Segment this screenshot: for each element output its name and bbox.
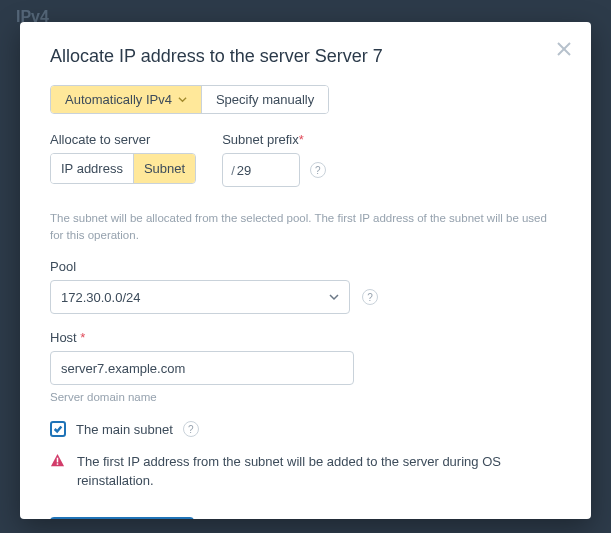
mode-segmented: Automatically IPv4 Specify manually: [50, 85, 329, 114]
modal-actions: Allocate IP address Not now: [50, 517, 561, 519]
prefix-input[interactable]: [237, 163, 291, 178]
pool-block: Pool 172.30.0.0/24 ?: [50, 259, 561, 314]
help-icon[interactable]: ?: [310, 162, 326, 178]
allocate-ip-label: IP address: [61, 161, 123, 176]
mode-auto-label: Automatically IPv4: [65, 92, 172, 107]
host-label: Host *: [50, 330, 561, 345]
allocate-button[interactable]: Allocate IP address: [50, 517, 194, 519]
pool-select[interactable]: 172.30.0.0/24: [50, 280, 350, 314]
warning-text: The first IP address from the subnet wil…: [77, 453, 561, 491]
prefix-label-text: Subnet prefix: [222, 132, 299, 147]
allocate-subnet-label: Subnet: [144, 161, 185, 176]
main-subnet-label: The main subnet: [76, 422, 173, 437]
chevron-down-icon: [329, 290, 339, 305]
allocate-ip-button[interactable]: IP address: [51, 154, 133, 183]
warning-row: The first IP address from the subnet wil…: [50, 453, 561, 491]
warning-icon: [50, 453, 65, 472]
host-block: Host * Server domain name: [50, 330, 561, 403]
required-asterisk: *: [80, 330, 85, 345]
mode-manual-label: Specify manually: [216, 92, 314, 107]
help-icon[interactable]: ?: [362, 289, 378, 305]
mode-manual-button[interactable]: Specify manually: [201, 86, 328, 113]
pool-label: Pool: [50, 259, 561, 274]
close-icon[interactable]: [555, 40, 573, 58]
main-subnet-checkbox[interactable]: [50, 421, 66, 437]
prefix-slash: /: [231, 163, 235, 178]
host-hint: Server domain name: [50, 391, 561, 403]
main-subnet-row: The main subnet ?: [50, 421, 561, 437]
svg-rect-3: [57, 464, 59, 466]
chevron-down-icon: [178, 92, 187, 107]
help-icon[interactable]: ?: [183, 421, 199, 437]
allocate-segmented: IP address Subnet: [50, 153, 196, 184]
allocate-block: Allocate to server IP address Subnet: [50, 132, 196, 202]
modal-title: Allocate IP address to the server Server…: [50, 46, 561, 67]
prefix-block: Subnet prefix* / ?: [222, 132, 326, 202]
host-input[interactable]: [50, 351, 354, 385]
prefix-input-wrap[interactable]: /: [222, 153, 300, 187]
allocate-label: Allocate to server: [50, 132, 196, 147]
svg-rect-2: [57, 458, 59, 463]
mode-auto-button[interactable]: Automatically IPv4: [51, 86, 201, 113]
host-label-text: Host: [50, 330, 77, 345]
prefix-label: Subnet prefix*: [222, 132, 326, 147]
required-asterisk: *: [299, 132, 304, 147]
allocate-subnet-button[interactable]: Subnet: [133, 154, 195, 183]
pool-value: 172.30.0.0/24: [61, 290, 141, 305]
subnet-hint: The subnet will be allocated from the se…: [50, 210, 561, 243]
allocate-ip-modal: Allocate IP address to the server Server…: [20, 22, 591, 519]
